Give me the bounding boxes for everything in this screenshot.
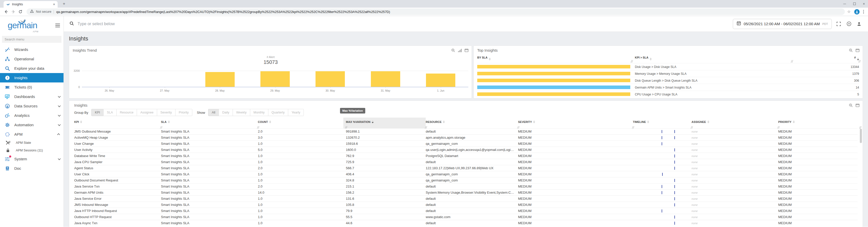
sort-carets-icon[interactable] [793,121,795,123]
assignee-cell[interactable]: none [691,173,778,176]
timeline-cell[interactable] [633,190,691,195]
trend-bar-28-may[interactable] [205,72,235,87]
column-header-assignee[interactable]: ASSIGNEE [691,119,778,125]
timeline-cell[interactable] [633,208,691,214]
group-by-button-sla[interactable]: SLA [103,109,117,116]
table-row[interactable]: User ChangeSmart Insights SLA1.015918.6q… [74,141,858,147]
column-header-by-sla[interactable]: BY SLA [477,56,491,60]
timeline-cell[interactable] [633,177,691,183]
timeline-cell[interactable] [633,196,691,201]
column-header-kpi[interactable]: KPI [74,119,161,125]
sidebar-item-dashboards[interactable]: Dashboards [0,92,63,101]
table-row[interactable]: Java Async TxnSmart Insights SLA1.044.6d… [74,220,858,226]
assignee-cell[interactable]: none [691,154,778,157]
sla-bar[interactable] [477,79,630,82]
assignee-cell[interactable]: none [691,160,778,164]
timeline-cell[interactable] [633,184,691,189]
group-by-button-assignee[interactable]: Assignee [137,109,157,116]
sidebar-item-operational[interactable]: Operational [0,54,63,64]
trend-bar-31-may[interactable] [371,71,400,87]
sla-bar[interactable] [477,72,630,75]
table-row[interactable]: Java Service TxnSmart Insights SLA2.0215… [74,183,858,189]
sidebar-item-doc[interactable]: Doc [0,164,63,173]
browser-tab[interactable]: Insights × [4,1,58,8]
timeline-cell[interactable] [633,128,691,135]
sidebar-item-tickets-0[interactable]: Tickets (0) [0,82,63,92]
top-insight-row[interactable]: Germain APM Units > Smart Insights SLA14 [477,84,859,90]
assignee-cell[interactable]: none [691,136,778,139]
column-header-resource[interactable]: RESOURCE [426,119,518,125]
forward-icon[interactable] [10,8,17,15]
sla-bar[interactable] [477,85,630,89]
timeline-tick[interactable] [674,185,675,188]
table-row[interactable]: Outbound HTTP RequestSmart Insights SLA1… [74,214,858,220]
sort-carets-icon[interactable] [168,121,170,123]
timeline-cell[interactable] [633,141,691,147]
column-resize-handle[interactable] [858,60,861,63]
table-row[interactable]: Java CPU SamplerSmart Insights SLA1.0725… [74,159,858,165]
not-secure-warning-icon[interactable] [30,9,34,14]
timeline-cell[interactable] [633,153,691,159]
show-button-weekly[interactable]: Weekly [232,109,250,116]
reload-icon[interactable] [17,8,24,15]
timeline-tick[interactable] [662,210,662,213]
sidebar-item-analytics[interactable]: Analytics [0,111,63,120]
assignee-cell[interactable]: none [691,210,778,213]
timeline-tick[interactable] [674,179,675,182]
fullscreen-icon[interactable] [835,21,842,27]
show-button-monthly[interactable]: Monthly [250,109,268,116]
group-by-button-priority[interactable]: Priority [175,109,192,116]
show-button-quarterly[interactable]: Quarterly [268,109,288,116]
sort-carets-icon[interactable] [80,121,82,123]
table-row[interactable]: Outbound Document RequestSmart Insights … [74,177,858,183]
sort-carets-icon[interactable] [443,121,445,123]
timeline-tick[interactable] [662,130,662,133]
timeline-tick[interactable] [662,185,662,188]
trend-bar-29-may[interactable] [260,71,290,87]
user-icon[interactable] [856,21,862,27]
timeline-cell[interactable] [633,135,691,141]
sidebar-item-data-sources[interactable]: Data Sources [0,101,63,111]
sort-carets-icon[interactable] [372,121,374,123]
table-row[interactable]: Database Write TimeSmart Insights SLA1.0… [74,153,858,159]
column-header-severity[interactable]: SEVERITY [518,119,633,125]
sort-carets-icon[interactable] [647,121,649,123]
zoom-in-icon[interactable] [451,48,455,52]
browser-menu-icon[interactable] [863,10,864,13]
sidebar-item-apm[interactable]: APM [0,129,63,139]
window-minimize-button[interactable] [843,4,846,4]
table-row[interactable]: User ClickSmart Insights SLA1.0406.4qa_g… [74,171,858,177]
sidebar-search-input[interactable] [2,36,61,43]
top-insight-row[interactable]: Disk Usage > Disk Usage SLA13344 [477,63,859,70]
window-icon[interactable] [856,103,860,107]
url-field[interactable]: Not secure qa.germainapm.com/germainapm/… [27,8,845,15]
sidebar-item-explore-your-data[interactable]: Explore your data [0,64,63,73]
window-icon[interactable] [856,48,860,52]
new-tab-button[interactable]: + [61,1,67,6]
timeline-tick[interactable] [674,216,675,219]
timeline-tick[interactable] [662,173,663,176]
window-close-button[interactable]: × [863,2,865,6]
timeline-cell[interactable] [633,147,691,153]
timeline-tick[interactable] [662,191,662,194]
assignee-cell[interactable]: none [691,179,778,182]
show-button-yearly[interactable]: Yearly [288,109,304,116]
timeline-cell[interactable] [633,220,691,226]
top-insight-row[interactable]: CPU Usage > CPU Usage SLA5 [477,90,859,98]
assignee-cell[interactable]: none [691,191,778,194]
timeline-cell[interactable] [633,165,691,171]
timeline-tick[interactable] [674,154,675,157]
trend-bar-chart[interactable]: 3200 0 26. May27. May28. May29. May30. M… [82,71,468,87]
hamburger-menu-icon[interactable] [55,24,60,27]
column-header-priority[interactable]: PRIORITY [778,119,862,125]
assignee-cell[interactable]: none [691,142,778,145]
top-insight-row[interactable]: Disk Queue Length > Disk Queue Length SL… [477,77,859,84]
table-row[interactable]: JMS Inbound MessageSmart Insights SLA1.0… [74,201,858,207]
tab-close-icon[interactable]: × [53,3,55,6]
table-row[interactable]: User ActivitySmart Insights SLA5.01600.0… [74,147,858,153]
timeline-tick[interactable] [674,222,675,225]
bookmark-star-icon[interactable]: ☆ [847,9,851,14]
timeline-tick[interactable] [662,136,662,139]
show-button-all[interactable]: All [208,109,219,116]
sort-carets-icon[interactable] [707,121,709,123]
